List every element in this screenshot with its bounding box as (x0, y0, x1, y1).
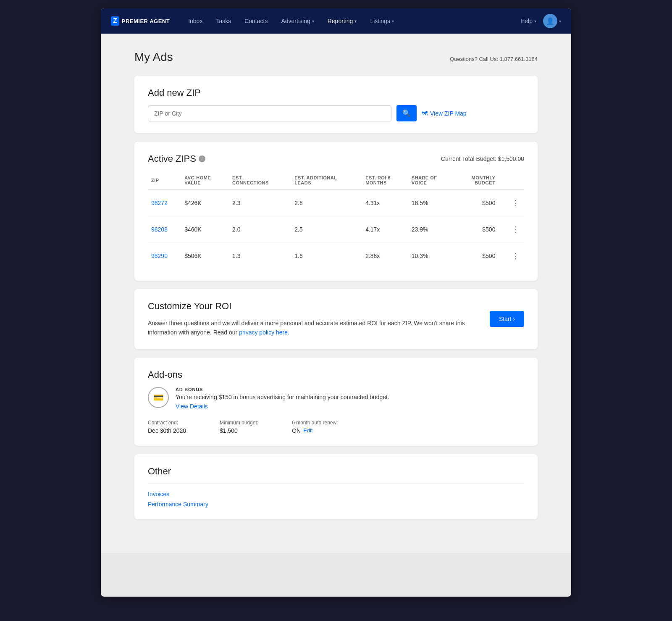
addon-description: You're receiving $150 in bonus advertisi… (176, 394, 389, 400)
share-voice: 18.5% (408, 190, 455, 216)
zip-link[interactable]: 98272 (148, 190, 181, 216)
chevron-down-icon: ▾ (312, 19, 314, 24)
avatar: 👤 (543, 14, 557, 28)
addon-info: AD BONUS You're receiving $150 in bonus … (176, 387, 389, 410)
share-voice: 10.3% (408, 243, 455, 269)
other-link-item[interactable]: Invoices (148, 491, 524, 497)
share-voice: 23.9% (408, 216, 455, 243)
page-title: My Ads (134, 50, 173, 64)
zip-link[interactable]: 98208 (148, 216, 181, 243)
more-options-icon[interactable]: ⋮ (510, 197, 521, 209)
nav-logo-text: PREMIER AGENT (122, 18, 170, 24)
nav-listings[interactable]: Listings ▾ (365, 14, 399, 28)
add-zip-card: Add new ZIP 🔍 🗺 View ZIP Map (134, 76, 538, 133)
edit-link[interactable]: Edit (303, 427, 312, 434)
est-connections: 2.3 (229, 190, 291, 216)
monthly-budget: $500 (454, 190, 499, 216)
auto-renew-value: ON Edit (292, 427, 338, 434)
col-est-connections: EST.CONNECTIONS (229, 173, 291, 190)
user-avatar-wrapper[interactable]: 👤 ▾ (543, 14, 561, 28)
row-actions[interactable]: ⋮ (499, 243, 524, 269)
min-budget-field: Minimum budget: $1,500 (220, 420, 258, 434)
table-row: 98208 $460K 2.0 2.5 4.17x 23.9% $500 ⋮ (148, 216, 524, 243)
auto-renew-field: 6 month auto renew: ON Edit (292, 420, 338, 434)
nav-reporting[interactable]: Reporting ▾ (323, 14, 362, 28)
table-row: 98272 $426K 2.3 2.8 4.31x 18.5% $500 ⋮ (148, 190, 524, 216)
col-est-leads: EST. ADDITIONALLEADS (291, 173, 362, 190)
other-divider (148, 484, 524, 484)
addon-icon: 💳 (148, 387, 169, 408)
roi-description: Answer three questions and we will deliv… (148, 318, 483, 337)
view-details-link[interactable]: View Details (176, 403, 389, 410)
chevron-down-icon: ▾ (559, 19, 561, 24)
start-button[interactable]: Start › (490, 311, 524, 327)
other-link-item[interactable]: Performance Summary (148, 501, 524, 508)
more-options-icon[interactable]: ⋮ (510, 223, 521, 236)
privacy-policy-link[interactable]: privacy policy here. (239, 329, 289, 336)
other-links: InvoicesPerformance Summary (148, 491, 524, 508)
row-actions[interactable]: ⋮ (499, 216, 524, 243)
nav-logo[interactable]: Z PREMIER AGENT (111, 16, 170, 26)
est-roi: 4.31x (362, 190, 408, 216)
roi-title: Customize Your ROI (148, 301, 483, 312)
nav-inbox[interactable]: Inbox (183, 14, 207, 28)
roi-content: Customize Your ROI Answer three question… (148, 301, 524, 337)
avg-home-value: $426K (181, 190, 229, 216)
active-zips-title: Active ZIPS i (148, 153, 205, 164)
contract-end-label: Contract end: (148, 420, 186, 426)
active-zips-header: Active ZIPS i Current Total Budget: $1,5… (148, 153, 524, 164)
est-leads: 1.6 (291, 243, 362, 269)
customize-roi-card: Customize Your ROI Answer three question… (134, 289, 538, 349)
col-zip: ZIP (148, 173, 181, 190)
est-leads: 2.5 (291, 216, 362, 243)
contract-end-value: Dec 30th 2020 (148, 427, 186, 434)
col-avg-home: AVG HOMEVALUE (181, 173, 229, 190)
view-zip-map-link[interactable]: 🗺 View ZIP Map (422, 110, 467, 117)
info-icon[interactable]: i (199, 155, 205, 162)
other-title: Other (148, 466, 524, 477)
zip-search-row: 🔍 🗺 View ZIP Map (148, 105, 524, 121)
avg-home-value: $460K (181, 216, 229, 243)
main-content: My Ads Questions? Call Us: 1.877.661.316… (101, 34, 571, 553)
page-header: My Ads Questions? Call Us: 1.877.661.316… (134, 50, 538, 64)
est-roi: 4.17x (362, 216, 408, 243)
zillow-z-icon: Z (111, 16, 119, 26)
active-zips-card: Active ZIPS i Current Total Budget: $1,5… (134, 142, 538, 281)
est-connections: 1.3 (229, 243, 291, 269)
monthly-budget: $500 (454, 216, 499, 243)
chevron-down-icon: ▾ (392, 19, 394, 24)
roi-text: Customize Your ROI Answer three question… (148, 301, 483, 337)
chevron-down-icon: ▾ (354, 19, 357, 24)
auto-renew-label: 6 month auto renew: (292, 420, 338, 426)
nav-links: Inbox Tasks Contacts Advertising ▾ Repor… (183, 14, 520, 28)
addon-label: AD BONUS (176, 387, 389, 392)
col-monthly-budget: MONTHLYBUDGET (454, 173, 499, 190)
contact-info: Questions? Call Us: 1.877.661.3164 (450, 56, 538, 62)
nav-right: Help ▾ 👤 ▾ (520, 14, 561, 28)
nav-contacts[interactable]: Contacts (239, 14, 273, 28)
min-budget-value: $1,500 (220, 427, 258, 434)
more-options-icon[interactable]: ⋮ (510, 250, 521, 262)
min-budget-label: Minimum budget: (220, 420, 258, 426)
zip-link[interactable]: 98290 (148, 243, 181, 269)
avg-home-value: $506K (181, 243, 229, 269)
nav-advertising[interactable]: Advertising ▾ (276, 14, 319, 28)
est-connections: 2.0 (229, 216, 291, 243)
map-icon: 🗺 (422, 110, 428, 117)
row-actions[interactable]: ⋮ (499, 190, 524, 216)
addons-card: Add-ons 💳 AD BONUS You're receiving $150… (134, 358, 538, 446)
other-card: Other InvoicesPerformance Summary (134, 454, 538, 519)
table-row: 98290 $506K 1.3 1.6 2.88x 10.3% $500 ⋮ (148, 243, 524, 269)
est-roi: 2.88x (362, 243, 408, 269)
contract-details: Contract end: Dec 30th 2020 Minimum budg… (148, 420, 524, 434)
contract-end-field: Contract end: Dec 30th 2020 (148, 420, 186, 434)
search-icon: 🔍 (402, 109, 411, 117)
zip-input[interactable] (148, 105, 391, 121)
col-actions (499, 173, 524, 190)
monthly-budget: $500 (454, 243, 499, 269)
help-button[interactable]: Help ▾ (520, 18, 536, 24)
col-est-roi: EST. ROI 6MONTHS (362, 173, 408, 190)
zip-search-button[interactable]: 🔍 (396, 105, 417, 121)
addon-row: 💳 AD BONUS You're receiving $150 in bonu… (148, 387, 524, 410)
nav-tasks[interactable]: Tasks (211, 14, 236, 28)
